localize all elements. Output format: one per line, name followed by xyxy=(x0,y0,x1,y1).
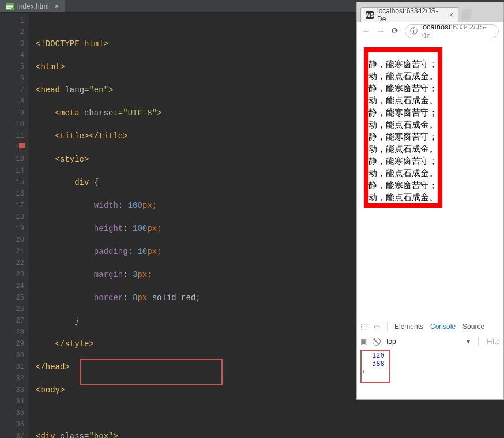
show-console-sidebar-icon[interactable]: ▣ xyxy=(360,338,367,346)
close-icon[interactable]: × xyxy=(55,2,59,10)
console-toolbar: ▣ top ▾ Filte xyxy=(357,334,503,349)
page-text-content: 静，能寒窗苦守；动，能点石成金。 静，能寒窗苦守；动，能点石成金。 静，能寒窗苦… xyxy=(368,58,438,203)
editor-tab-label: index.html xyxy=(17,2,49,10)
chevron-down-icon[interactable]: ▾ xyxy=(467,338,470,346)
svg-rect-3 xyxy=(6,8,11,9)
console-line: 388 xyxy=(372,360,499,368)
back-icon[interactable]: ← xyxy=(362,26,371,36)
filter-input[interactable]: Filte xyxy=(487,338,500,346)
browser-toolbar: ← → ⟳ ⓘ localhost:63342/JS-De xyxy=(357,22,503,40)
devtools-panel: ⬚ ▭ Elements Console Source ▣ top ▾ Filt… xyxy=(357,319,503,399)
browser-tab-strip: WS localhost:63342/JS-De × xyxy=(357,2,503,22)
page-div-box: 静，能寒窗苦守；动，能点石成金。 静，能寒窗苦守；动，能点石成金。 静，能寒窗苦… xyxy=(364,47,442,208)
device-toggle-icon[interactable]: ▭ xyxy=(374,323,380,331)
svg-rect-2 xyxy=(6,6,13,8)
reload-icon[interactable]: ⟳ xyxy=(392,26,399,36)
svg-rect-1 xyxy=(6,5,13,6)
close-icon[interactable]: × xyxy=(449,11,453,19)
favicon-icon: WS xyxy=(366,11,374,19)
filter-divider xyxy=(478,337,479,346)
console-prompt[interactable]: › xyxy=(362,368,499,376)
new-tab-button[interactable] xyxy=(461,9,472,20)
devtools-tab-bar: ⬚ ▭ Elements Console Source xyxy=(357,319,503,334)
console-output[interactable]: 120 388 › xyxy=(357,349,503,378)
tab-console[interactable]: Console xyxy=(430,323,456,331)
context-selector[interactable]: top xyxy=(386,338,396,346)
inspect-icon[interactable]: ⬚ xyxy=(360,323,367,331)
browser-window: WS localhost:63342/JS-De × ← → ⟳ ⓘ local… xyxy=(356,2,504,400)
line-number-gutter: 1234567891011121314151617181920212223242… xyxy=(0,13,29,438)
forward-icon[interactable]: → xyxy=(377,26,386,36)
tab-elements[interactable]: Elements xyxy=(394,323,423,331)
console-line: 120 xyxy=(372,351,499,360)
clear-console-icon[interactable] xyxy=(373,338,381,346)
browser-tab[interactable]: WS localhost:63342/JS-De × xyxy=(360,7,458,22)
editor-tab-indexhtml[interactable]: index.html × xyxy=(0,0,65,12)
tab-sources[interactable]: Source xyxy=(462,323,484,331)
html-file-icon xyxy=(6,3,14,10)
rendered-page: 静，能寒窗苦守；动，能点石成金。 静，能寒窗苦守；动，能点石成金。 静，能寒窗苦… xyxy=(357,40,503,319)
site-info-icon[interactable]: ⓘ xyxy=(410,26,418,36)
browser-tab-title: localhost:63342/JS-De xyxy=(377,7,443,23)
breakpoint-marker xyxy=(19,143,25,148)
address-bar[interactable]: ⓘ localhost:63342/JS-De xyxy=(405,24,499,38)
